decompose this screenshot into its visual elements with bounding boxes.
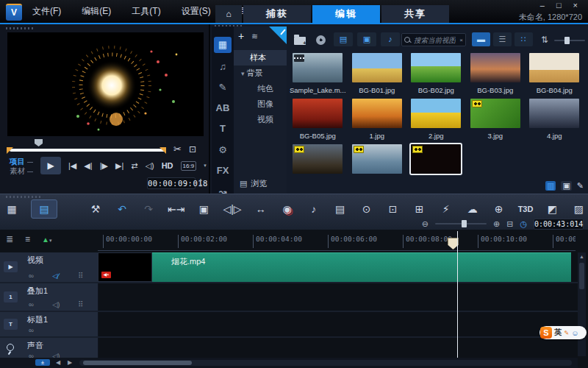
pan-crop-button[interactable]: ▣ [196, 200, 211, 218]
tools-button[interactable]: ⚒ [88, 200, 103, 218]
media-thumbnail[interactable]: BG-B03.jpg [466, 53, 526, 94]
tree-item[interactable]: 纯色 [234, 81, 287, 96]
clip-color-black[interactable]: ◀× [98, 252, 152, 282]
filter-video-button[interactable]: ▤ [334, 32, 353, 46]
instant-project-icon[interactable]: ✎ [214, 79, 232, 96]
step-down-icon[interactable]: ▼ [198, 183, 203, 188]
timeline-timecode[interactable]: 0:00:43:014 [534, 219, 584, 230]
track-audio-icon[interactable]: ◁) [52, 300, 60, 308]
edit-media-button[interactable]: ✎ [577, 181, 584, 191]
panel-grip[interactable] [6, 196, 43, 198]
view-grid-button[interactable]: ∷ [514, 32, 533, 46]
list-options-icon[interactable]: ≋ [251, 32, 258, 41]
filter-fx-icon[interactable]: FX [214, 163, 232, 179]
zoom-out-icon[interactable]: ⊖ [422, 219, 429, 229]
scroll-right-icon[interactable]: ▶ [68, 359, 72, 366]
tree-item[interactable]: 样本 [234, 50, 287, 66]
mode-project[interactable]: 项目 [10, 157, 25, 166]
split-clip-icon[interactable]: ✂ [173, 144, 182, 155]
mini-zoom-button[interactable]: ± [35, 359, 50, 366]
track-manager-icon[interactable]: ≣ [6, 234, 13, 244]
search-input[interactable] [412, 35, 457, 45]
tree-item[interactable]: 视频 [234, 112, 287, 127]
sound-mixer-button[interactable]: ♪ [306, 200, 321, 218]
timeline-ruler[interactable]: 00:00:00:00 00:00:02:00 00:00:04:00 00:0… [98, 231, 576, 251]
motion-tracking-button[interactable]: ⚡ [439, 200, 453, 218]
track-content[interactable] [98, 283, 578, 311]
mask-creator-button[interactable]: ☁ [465, 200, 480, 218]
transport-button[interactable]: |◀ [68, 161, 76, 171]
panel-grip[interactable] [6, 27, 35, 29]
workspace-tab[interactable]: 捕获 [243, 5, 311, 23]
color-grading-button[interactable]: ◉ [280, 200, 295, 218]
track-content[interactable] [98, 312, 578, 336]
transition-icon[interactable]: AB [214, 100, 232, 116]
storyboard-view-button[interactable]: ▦ [4, 200, 19, 218]
transport-button[interactable]: ◀| [84, 161, 92, 171]
menu-item[interactable]: 编辑(E) [82, 5, 111, 18]
transport-button[interactable]: ▶| [115, 161, 123, 171]
horizontal-scrollbar[interactable] [79, 360, 572, 366]
media-thumbnail[interactable] [348, 144, 407, 174]
scrollbar-thumb[interactable] [579, 263, 584, 289]
ime-logo-icon[interactable]: S [540, 327, 552, 339]
split-screen-button[interactable]: ⊞ [412, 200, 427, 218]
workspace-tab[interactable]: 编辑 [312, 5, 380, 23]
clip-video[interactable]: 烟花.mp4 [152, 252, 571, 282]
close-button[interactable]: × [573, 1, 578, 10]
media-thumbnail[interactable]: BG-B04.jpg [525, 53, 584, 94]
browse-button[interactable]: ▤浏览 [240, 178, 267, 189]
view-list-button[interactable]: ☰ [493, 32, 512, 46]
aspect-ratio-selector[interactable]: 16:9 [181, 161, 197, 171]
filter-photo-button[interactable]: ▣ [357, 32, 376, 46]
add-track-icon[interactable]: ≡ [25, 234, 30, 244]
home-tab[interactable]: ⌂ [215, 5, 242, 23]
transport-button[interactable]: ◁) [146, 161, 154, 171]
timeline-view-button[interactable]: ▤ [31, 199, 57, 219]
enlarge-preview-icon[interactable]: ⊡ [189, 144, 196, 155]
scrollbar-thumb[interactable] [83, 361, 192, 365]
media-thumbnail[interactable]: 1.jpg [348, 99, 407, 140]
tree-item[interactable]: 背景 [234, 66, 287, 81]
ime-emoji-icon[interactable]: ☺ [571, 329, 578, 337]
duration-icon[interactable]: ◷ [520, 219, 527, 229]
media-thumbnail[interactable] [288, 144, 348, 174]
title-icon[interactable]: T [214, 121, 232, 137]
zoom-in-icon[interactable]: ⊕ [493, 219, 500, 229]
import-disc-icon[interactable] [316, 35, 326, 45]
trim-button[interactable]: ⇤⇥ [168, 200, 184, 218]
ime-language-mode[interactable]: 英 [554, 328, 562, 338]
media-thumbnail[interactable]: 2.jpg [406, 99, 466, 140]
track-ripple-icon[interactable]: ⠿ [78, 272, 83, 280]
title-box-button[interactable]: ⊡ [386, 200, 401, 218]
show-options-button[interactable]: ▣ [561, 181, 571, 191]
trim-start-handle[interactable] [7, 147, 13, 154]
slider-thumb[interactable] [462, 220, 467, 227]
sketch-button[interactable]: ▨ [571, 200, 586, 218]
graphics-icon[interactable]: ⚙ [214, 142, 232, 158]
chapter-marker-icon[interactable]: ▲▾ [42, 234, 51, 244]
sort-button[interactable]: ⇅ [541, 35, 548, 45]
vertical-scrollbar[interactable]: ▲ [578, 252, 586, 356]
media-thumbnail[interactable]: Sample_Lake.m... [288, 53, 348, 94]
preview-timecode[interactable]: 00:00:09:018 [147, 177, 196, 189]
show-library-button[interactable]: ▥ [545, 181, 556, 191]
track-link-icon[interactable]: ∞ [29, 300, 34, 308]
slider-thumb[interactable] [564, 37, 570, 44]
multicam-button[interactable]: ⊕ [492, 200, 506, 218]
paint-button[interactable]: ◩ [545, 200, 559, 218]
undo-button[interactable]: ↶ [115, 200, 129, 218]
track-header[interactable]: T 标题1 ∞ [0, 312, 98, 336]
track-ripple-icon[interactable]: ⠿ [78, 300, 83, 308]
transport-button[interactable]: |▶ [100, 161, 108, 171]
track-header[interactable]: ▶ 视频 ∞ ◁∕ ⠿ [0, 252, 98, 282]
step-up-icon[interactable]: ▲ [198, 177, 203, 183]
media-thumbnail[interactable]: BG-B02.jpg [406, 53, 466, 94]
ime-status-bar[interactable]: S 英 ✎ ☺ [539, 326, 587, 339]
add-folder-button[interactable]: + [238, 30, 244, 42]
menu-item[interactable]: 工具(T) [132, 5, 160, 18]
split-button[interactable]: ◁|▷ [223, 200, 241, 218]
media-library-icon[interactable]: ▦ [214, 37, 232, 53]
track-link-icon[interactable]: ∞ [29, 272, 34, 280]
import-media-icon[interactable] [294, 37, 306, 45]
